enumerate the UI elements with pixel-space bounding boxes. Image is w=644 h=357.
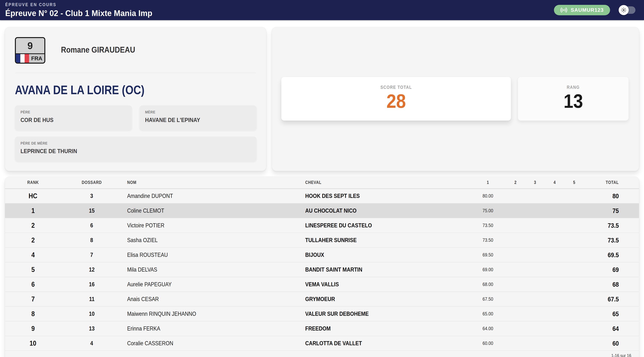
dam-label: MÈRE [145,110,251,114]
table-row[interactable]: 6 16 Aurelie PAPEGUAY VEMA VALLIS 68.00 … [5,277,639,292]
col-nom: NOM [122,177,300,189]
score-total-value: 28 [281,91,511,111]
sire-label: PÈRE [20,110,126,114]
table-row[interactable]: 9 13 Erinna FERKA FREEDOM 64.00 64 [5,321,639,336]
table-row[interactable]: 4 7 Elisa ROUSTEAU BIJOUX 69.50 69.5 [5,247,639,262]
score-total-card: SCORE TOTAL 28 [281,77,511,121]
top-bar-controls: SAUMUR123 [554,5,636,15]
col-score-2: 2 [506,177,525,189]
event-status-label: ÉPREUVE EN COURS [5,2,163,7]
results-table-card: RANK DOSSARD NOM CHEVAL 1 2 3 4 5 TOTAL … [5,177,639,357]
pagination-label: 1-16 sur 16 [5,351,639,357]
country-code: FRA [29,54,44,63]
sun-icon [621,7,627,13]
arena-live-badge[interactable]: SAUMUR123 [554,5,610,15]
card-divider [15,73,256,73]
event-heading: ÉPREUVE EN COURS Épreuve N° 02 - Club 1 … [5,2,163,18]
table-row[interactable]: 10 4 Coralie CASSERON CARLOTTA DE VALLET… [5,336,639,351]
broadcast-icon [560,7,567,14]
damsire-value: LEPRINCE DE THURIN [20,148,251,155]
table-row[interactable]: 2 6 Victoire POTIER LINESPEREE DU CASTEL… [5,218,639,233]
col-score-1: 1 [470,177,506,189]
bib-number: 9 [16,38,44,54]
col-dossard: DOSSARD [61,177,122,189]
theme-toggle-thumb [619,5,629,15]
bib-country: FRA [16,54,44,63]
col-rank: RANK [5,177,61,189]
bib-plate: 9 FRA [15,37,45,64]
table-row[interactable]: 8 10 Maiwenn RINQUIN JEHANNO VALEUR SUR … [5,306,639,321]
rank-value: 13 [518,91,628,111]
damsire-label: PÈRE DE MÈRE [20,141,251,146]
results-table-body: HC 3 Amandine DUPONT HOOK DES SEPT ILES … [5,189,639,351]
table-row[interactable]: 2 8 Sasha OZIEL TULLAHER SUNRISE 73.50 7… [5,233,639,247]
table-row[interactable]: HC 3 Amandine DUPONT HOOK DES SEPT ILES … [5,189,639,203]
col-score-3: 3 [525,177,545,189]
dam-box: MÈRE HAVANE DE L'EPINAY [140,105,256,130]
dam-value: HAVANE DE L'EPINAY [145,117,251,124]
results-table-header: RANK DOSSARD NOM CHEVAL 1 2 3 4 5 TOTAL [5,177,639,189]
france-flag [16,54,29,63]
rank-card: RANG 13 [518,77,629,121]
rider-name: Romane GIRAUDEAU [61,45,145,55]
pedigree-section: PÈRE COR DE HUS MÈRE HAVANE DE L'EPINAY … [15,105,256,161]
table-row[interactable]: 5 12 Mila DELVAS BANDIT SAINT MARTIN 69.… [5,262,639,277]
col-score-5: 5 [564,177,584,189]
damsire-box: PÈRE DE MÈRE LEPRINCE DE THURIN [15,137,256,161]
results-table: RANK DOSSARD NOM CHEVAL 1 2 3 4 5 TOTAL … [5,177,639,351]
table-row[interactable]: 1 15 Coline CLEMOT AU CHOCOLAT NICO 75.0… [5,203,639,218]
col-score-4: 4 [545,177,564,189]
arena-live-badge-label: SAUMUR123 [571,7,604,13]
rank-label: RANG [518,85,628,90]
col-total: TOTAL [584,177,639,189]
horse-name: AVANA DE LA LOIRE (OC) [15,83,168,97]
sire-value: COR DE HUS [20,117,126,124]
theme-toggle[interactable] [620,6,636,14]
rider-card: 9 FRA Romane GIRAUDEAU AVANA DE LA LOIRE… [5,27,266,171]
score-total-label: SCORE TOTAL [281,85,511,90]
top-bar: ÉPREUVE EN COURS Épreuve N° 02 - Club 1 … [0,0,644,20]
event-title: Épreuve N° 02 - Club 1 Mixte Mania Imp [5,9,163,18]
col-cheval: CHEVAL [300,177,470,189]
score-panel: SCORE TOTAL 28 RANG 13 [272,27,639,171]
table-row[interactable]: 7 11 Anais CESAR GRYMOEUR 67.50 67.5 [5,292,639,306]
sire-box: PÈRE COR DE HUS [15,105,132,130]
